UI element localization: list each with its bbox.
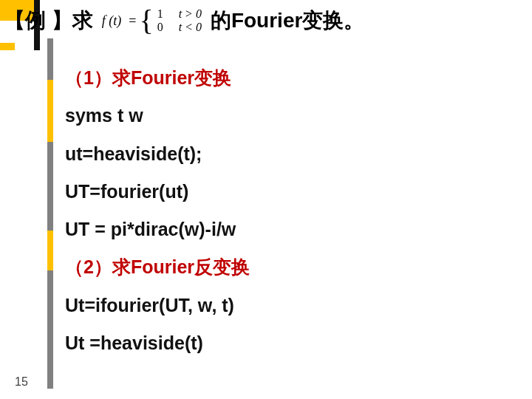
- slide: 【例 】求 f (t) = { 1 t > 0 0 t < 0 的Fourier…: [0, 0, 532, 399]
- formula-cases: 1 t > 0 0 t < 0: [155, 7, 202, 34]
- title-prefix: 【例 】求: [4, 7, 93, 35]
- case2-cond: t < 0: [179, 21, 202, 34]
- left-bar-seg-gray: [47, 142, 53, 231]
- left-bar-seg-gray: [47, 38, 53, 80]
- code-line: Ut=ifourier(UT, w, t): [65, 294, 502, 317]
- formula-eq: =: [129, 13, 136, 29]
- code-line: UT = pi*dirac(w)-i/w: [65, 218, 502, 241]
- case1-val: 1: [155, 7, 166, 21]
- accent-title-tick: [0, 43, 15, 50]
- code-line: Ut =heaviside(t): [65, 332, 502, 355]
- code-line: ut=heaviside(t);: [65, 143, 502, 166]
- code-line: syms t w: [65, 104, 502, 127]
- case2-val: 0: [155, 21, 166, 34]
- slide-title: 【例 】求 f (t) = { 1 t > 0 0 t < 0 的Fourier…: [4, 3, 525, 38]
- left-color-bar: [47, 38, 53, 387]
- brace-icon: {: [139, 6, 153, 35]
- left-bar-seg-yellow: [47, 80, 53, 142]
- formula-lhs: f (t): [102, 13, 122, 29]
- case1-cond: t > 0: [179, 7, 202, 21]
- piecewise-formula: f (t) = { 1 t > 0 0 t < 0: [102, 6, 202, 35]
- left-bar-seg-gray: [47, 270, 53, 389]
- left-bar-seg-yellow: [47, 231, 53, 270]
- slide-body: （1）求Fourier变换 syms t w ut=heaviside(t); …: [65, 66, 502, 384]
- code-line: UT=fourier(ut): [65, 180, 502, 203]
- title-suffix: 的Fourier变换。: [211, 7, 364, 35]
- section-heading-1: （1）求Fourier变换: [65, 66, 502, 89]
- slide-number: 15: [15, 375, 28, 389]
- section-heading-2: （2）求Fourier反变换: [65, 256, 502, 279]
